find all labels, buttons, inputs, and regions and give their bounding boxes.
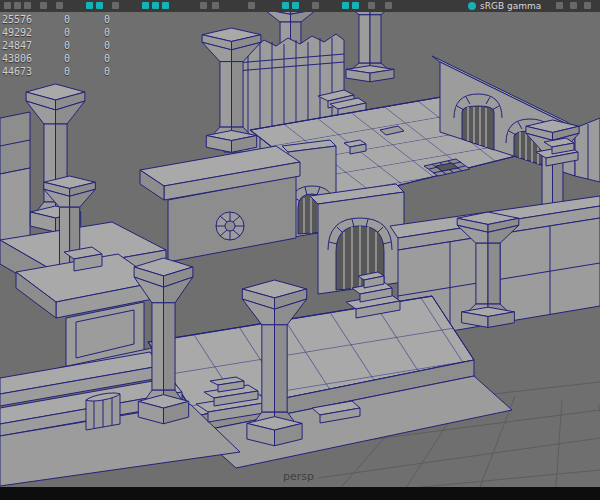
toolbar-icon[interactable]	[312, 2, 319, 9]
hud-value: 0	[64, 39, 104, 52]
hud-value: 0	[64, 26, 104, 39]
hud-value: 44673	[2, 65, 64, 78]
toolbar-icon[interactable]	[24, 2, 31, 9]
toolbar-icon[interactable]	[212, 2, 219, 9]
toolbar-icon[interactable]	[56, 2, 63, 9]
toolbar-icon[interactable]	[368, 2, 375, 9]
camera-label: persp	[283, 470, 314, 483]
back-left-wall	[0, 112, 30, 244]
hud-row: 4380600	[2, 52, 144, 65]
toolbar-icon[interactable]	[200, 2, 207, 9]
toolbar-icon[interactable]	[112, 2, 119, 9]
hud-value: 0	[104, 26, 144, 39]
hud-value: 0	[64, 52, 104, 65]
gamma-label: sRGB gamma	[480, 0, 541, 12]
hud-value: 0	[104, 52, 144, 65]
toolbar-icon[interactable]	[385, 2, 392, 9]
heads-up-display: 2557600 4929200 2484700 4380600 4467300	[2, 13, 144, 78]
hud-row: 4929200	[2, 26, 144, 39]
toolbar-icon[interactable]	[352, 2, 359, 9]
hud-value: 25576	[2, 13, 64, 26]
toolbar-icon[interactable]	[96, 2, 103, 9]
hud-value: 0	[104, 65, 144, 78]
toolbar-icon[interactable]	[556, 2, 563, 9]
toolbar-icon[interactable]	[14, 2, 21, 9]
toolbar-icon[interactable]	[40, 2, 47, 9]
toolbar-icon[interactable]	[152, 2, 159, 9]
toolbar-icon[interactable]	[86, 2, 93, 9]
toolbar-icon[interactable]	[342, 2, 349, 9]
toolbar-icon[interactable]	[282, 2, 289, 9]
toolbar-icon[interactable]	[142, 2, 149, 9]
hud-row: 4467300	[2, 65, 144, 78]
toolbar-icon[interactable]	[162, 2, 169, 9]
gamma-control[interactable]: sRGB gamma	[468, 0, 541, 12]
hud-value: 0	[104, 13, 144, 26]
barrel	[86, 393, 120, 430]
gamma-icon	[468, 2, 476, 10]
toolbar-icon[interactable]	[570, 2, 577, 9]
hud-value: 24847	[2, 39, 64, 52]
toolbar-icon[interactable]	[292, 2, 299, 9]
bottom-bar	[0, 487, 600, 500]
hud-value: 49292	[2, 26, 64, 39]
rosette	[216, 212, 244, 240]
hud-value: 0	[64, 13, 104, 26]
arch-centre	[310, 184, 404, 294]
hud-value: 43806	[2, 52, 64, 65]
hud-row: 2484700	[2, 39, 144, 52]
hud-value: 0	[64, 65, 104, 78]
hud-row: 2557600	[2, 13, 144, 26]
hud-value: 0	[104, 39, 144, 52]
toolbar-icon[interactable]	[584, 2, 591, 9]
toolbar-icon[interactable]	[4, 2, 11, 9]
toolbar-icon[interactable]	[248, 2, 255, 9]
